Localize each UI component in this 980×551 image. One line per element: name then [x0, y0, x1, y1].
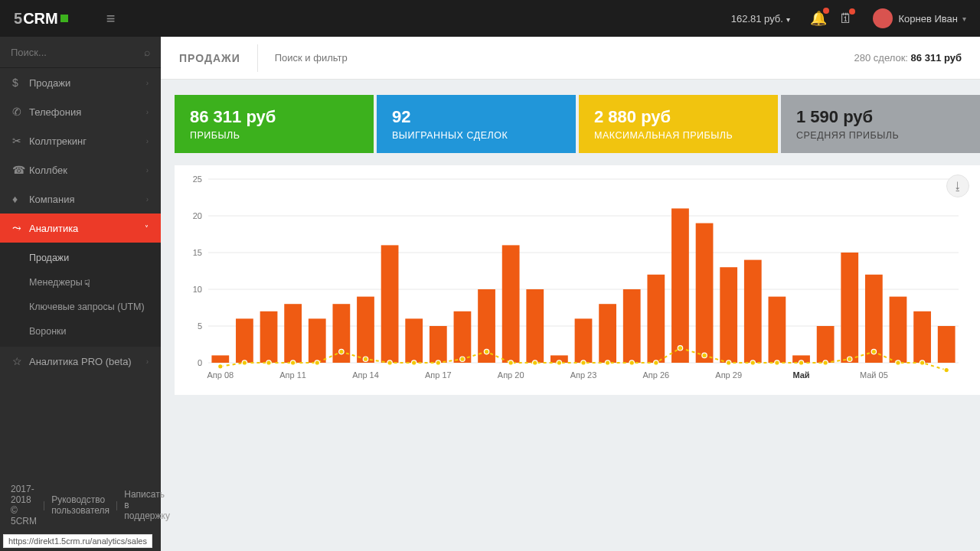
sidebar-item-2[interactable]: ✂Коллтрекинг›	[0, 126, 161, 155]
user-menu[interactable]: Корнев Иван ▾	[873, 8, 966, 28]
kpi-won-deals[interactable]: 92 ВЫИГРАННЫХ СДЕЛОК	[377, 95, 576, 153]
sidebar-item-label: Коллтрекинг	[29, 135, 146, 147]
main: ПРОДАЖИ 280 сделок: 86 311 руб 86 311 ру…	[161, 37, 980, 551]
status-bar-url: https://direkt1.5crm.ru/analytics/sales	[3, 534, 152, 548]
sidebar-subitem-0[interactable]: Продажи	[0, 246, 161, 270]
svg-rect-42	[938, 326, 956, 363]
sidebar-icon: ⤳	[12, 222, 29, 234]
svg-point-70	[629, 360, 634, 365]
sidebar-search[interactable]: ⌕	[0, 37, 161, 68]
hamburger-icon[interactable]: ≡	[106, 10, 116, 28]
svg-point-59	[363, 357, 368, 361]
kpi-profit[interactable]: 86 311 руб ПРИБЫЛЬ	[175, 95, 374, 153]
svg-text:Май 05: Май 05	[860, 370, 888, 380]
svg-point-63	[460, 357, 465, 361]
svg-rect-31	[671, 208, 689, 363]
svg-point-74	[726, 360, 730, 365]
svg-text:Апр 17: Апр 17	[425, 370, 452, 380]
sales-chart: 0510152025Апр 08Апр 11Апр 14Апр 17Апр 20…	[178, 171, 966, 386]
svg-point-81	[896, 360, 900, 365]
sidebar-subitem-1[interactable]: Менеджеры	[0, 270, 161, 295]
footer: 2017-2018 © 5CRM | Руководство пользоват…	[0, 479, 161, 531]
logo[interactable]: 5CRM	[14, 10, 68, 28]
svg-point-69	[605, 360, 609, 365]
page-title: ПРОДАЖИ	[179, 52, 240, 64]
svg-text:Апр 08: Апр 08	[207, 370, 234, 380]
manual-link[interactable]: Руководство пользователя	[51, 494, 109, 516]
sidebar-item-4[interactable]: ♦Компания›	[0, 184, 161, 214]
search-icon[interactable]: ⌕	[144, 46, 150, 58]
search-input[interactable]	[11, 47, 144, 58]
copyright: 2017-2018 © 5CRM	[11, 484, 37, 527]
svg-text:5: 5	[198, 321, 202, 331]
sidebar-icon: ☎	[12, 164, 29, 176]
svg-point-77	[799, 360, 803, 365]
avatar	[873, 8, 893, 28]
svg-text:Апр 20: Апр 20	[498, 370, 524, 380]
topbar: 5CRM ≡ 162.81 руб. ▾ 🔔 🗓 Корнев Иван ▾	[0, 0, 980, 37]
svg-point-83	[944, 367, 949, 372]
sidebar-item-label: Компания	[29, 194, 146, 205]
deals-summary: 280 сделок: 86 311 руб	[854, 52, 962, 64]
svg-text:Апр 26: Апр 26	[642, 370, 669, 380]
svg-rect-33	[720, 267, 737, 363]
svg-rect-16	[309, 318, 326, 363]
sidebar-icon: ✆	[12, 106, 29, 118]
kpi-avg-profit[interactable]: 1 590 руб СРЕДНЯЯ ПРИБЫЛЬ	[781, 95, 980, 153]
sidebar-item-0[interactable]: $Продажи›	[0, 68, 161, 97]
sidebar-item-6[interactable]: ☆Аналитика PRO (beta)›	[0, 347, 161, 376]
svg-point-72	[678, 346, 682, 350]
svg-rect-34	[744, 260, 762, 363]
sidebar-subitem-2[interactable]: Ключевые запросы (UTM)	[0, 295, 161, 319]
sidebar-item-1[interactable]: ✆Телефония›	[0, 97, 161, 126]
svg-rect-28	[599, 304, 616, 363]
svg-point-53	[218, 364, 223, 369]
svg-point-64	[484, 349, 488, 354]
svg-point-80	[871, 349, 876, 354]
svg-rect-18	[357, 297, 374, 363]
svg-point-67	[557, 360, 561, 365]
svg-point-54	[242, 360, 247, 365]
svg-point-60	[387, 360, 392, 365]
chart-card: ⭳ 0510152025Апр 08Апр 11Апр 14Апр 17Апр …	[175, 165, 980, 395]
chevron-right-icon: ›	[146, 108, 149, 116]
sidebar-item-5[interactable]: ⤳Аналитика˅	[0, 214, 161, 243]
svg-rect-24	[502, 245, 520, 363]
sidebar-item-label: Аналитика PRO (beta)	[29, 356, 146, 367]
calendar-icon[interactable]: 🗓	[839, 11, 853, 27]
sidebar-subitem-3[interactable]: Воронки	[0, 319, 161, 344]
svg-text:Апр 14: Апр 14	[352, 370, 379, 380]
sidebar-item-label: Продажи	[29, 77, 146, 89]
balance-dropdown[interactable]: 162.81 руб. ▾	[731, 13, 790, 24]
chevron-down-icon: ˅	[145, 224, 149, 233]
chevron-right-icon: ›	[146, 195, 149, 204]
download-button[interactable]: ⭳	[946, 174, 969, 197]
svg-rect-13	[236, 318, 253, 363]
svg-rect-29	[623, 289, 641, 363]
svg-text:10: 10	[193, 285, 202, 294]
chevron-right-icon: ›	[146, 357, 149, 366]
logo-part-crm: CRM	[23, 10, 58, 28]
svg-point-61	[412, 360, 416, 365]
logo-mark-icon	[60, 15, 68, 22]
svg-rect-27	[575, 318, 593, 363]
svg-point-62	[436, 360, 440, 365]
svg-point-57	[315, 360, 319, 365]
svg-rect-25	[526, 289, 544, 363]
svg-rect-37	[817, 326, 835, 363]
svg-text:Апр 29: Апр 29	[715, 370, 742, 380]
sidebar-icon: ♦	[12, 193, 29, 205]
sidebar-icon: ✂	[12, 135, 29, 147]
svg-text:20: 20	[193, 211, 202, 220]
kpi-max-profit[interactable]: 2 880 руб МАКСИМАЛЬНАЯ ПРИБЫЛЬ	[579, 95, 778, 153]
svg-point-79	[848, 357, 852, 361]
chevron-right-icon: ›	[146, 79, 149, 87]
sidebar-item-3[interactable]: ☎Коллбек›	[0, 155, 161, 184]
chevron-right-icon: ›	[146, 137, 149, 145]
bell-icon[interactable]: 🔔	[810, 10, 827, 27]
filter-input[interactable]	[275, 52, 854, 64]
svg-rect-14	[260, 311, 278, 363]
sidebar: ⌕ $Продажи›✆Телефония›✂Коллтрекинг›☎Колл…	[0, 37, 161, 551]
svg-text:15: 15	[193, 248, 202, 257]
svg-text:25: 25	[193, 174, 202, 184]
